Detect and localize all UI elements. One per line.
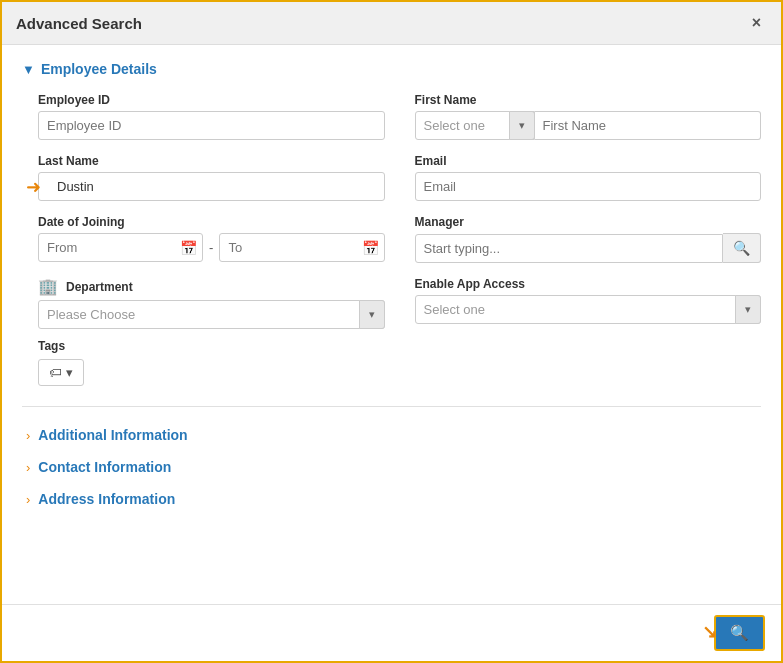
date-separator: - bbox=[209, 240, 213, 255]
enable-app-access-select[interactable]: Select one bbox=[415, 295, 762, 324]
date-to-calendar-icon[interactable]: 📅 bbox=[362, 240, 379, 256]
manager-search-wrapper: 🔍 bbox=[415, 233, 762, 263]
close-button[interactable]: × bbox=[746, 12, 767, 34]
last-name-group: Last Name ➜ bbox=[38, 154, 385, 201]
address-information-arrow-icon: › bbox=[26, 492, 30, 507]
tags-label: Tags bbox=[38, 339, 761, 353]
employee-details-title: Employee Details bbox=[41, 61, 157, 77]
tags-button[interactable]: 🏷 ▾ bbox=[38, 359, 84, 386]
manager-input[interactable] bbox=[415, 234, 724, 263]
first-name-row: Select one ▾ bbox=[415, 111, 762, 140]
last-name-input[interactable] bbox=[38, 172, 385, 201]
first-name-select[interactable]: Select one bbox=[415, 111, 535, 140]
modal-header: Advanced Search × bbox=[2, 2, 781, 45]
employee-details-form: Employee ID First Name Select one ▾ bbox=[38, 93, 761, 329]
enable-app-access-group: Enable App Access Select one ▾ bbox=[415, 277, 762, 329]
search-button[interactable]: 🔍 bbox=[714, 615, 765, 651]
department-group: 🏢 Department Please Choose ▾ bbox=[38, 277, 385, 329]
department-label: Department bbox=[66, 280, 133, 294]
email-group: Email bbox=[415, 154, 762, 201]
manager-search-button[interactable]: 🔍 bbox=[723, 233, 761, 263]
last-name-arrow-indicator: ➜ bbox=[26, 176, 41, 198]
enable-app-access-label: Enable App Access bbox=[415, 277, 762, 291]
department-select-wrapper: Please Choose ▾ bbox=[38, 300, 385, 329]
date-from-calendar-icon[interactable]: 📅 bbox=[180, 240, 197, 256]
contact-information-item[interactable]: › Contact Information bbox=[26, 459, 761, 475]
modal-body: ▼ Employee Details Employee ID First Nam… bbox=[2, 45, 781, 604]
date-range: 📅 - 📅 bbox=[38, 233, 385, 262]
modal-footer: ↘ 🔍 bbox=[2, 604, 781, 661]
first-name-select-wrapper: Select one ▾ bbox=[415, 111, 535, 140]
advanced-search-modal: Advanced Search × ▼ Employee Details Emp… bbox=[0, 0, 783, 663]
additional-information-item[interactable]: › Additional Information bbox=[26, 427, 761, 443]
date-from-input[interactable] bbox=[38, 233, 203, 262]
address-information-item[interactable]: › Address Information bbox=[26, 491, 761, 507]
email-label: Email bbox=[415, 154, 762, 168]
contact-information-arrow-icon: › bbox=[26, 460, 30, 475]
date-to-input[interactable] bbox=[219, 233, 384, 262]
employee-details-section-header: ▼ Employee Details bbox=[22, 61, 761, 77]
additional-information-arrow-icon: › bbox=[26, 428, 30, 443]
first-name-input[interactable] bbox=[535, 111, 762, 140]
first-name-label: First Name bbox=[415, 93, 762, 107]
manager-label: Manager bbox=[415, 215, 762, 229]
search-button-icon: 🔍 bbox=[730, 624, 749, 642]
employee-id-group: Employee ID bbox=[38, 93, 385, 140]
manager-group: Manager 🔍 bbox=[415, 215, 762, 263]
first-name-group: First Name Select one ▾ bbox=[415, 93, 762, 140]
address-information-title: Address Information bbox=[38, 491, 175, 507]
department-icon: 🏢 bbox=[38, 277, 58, 296]
search-arrow-indicator: ↘ bbox=[702, 621, 717, 643]
department-row: 🏢 Department bbox=[38, 277, 385, 296]
employee-details-toggle[interactable]: ▼ bbox=[22, 62, 35, 77]
date-to-wrapper: 📅 bbox=[219, 233, 384, 262]
date-of-joining-label: Date of Joining bbox=[38, 215, 385, 229]
department-select[interactable]: Please Choose bbox=[38, 300, 385, 329]
employee-id-label: Employee ID bbox=[38, 93, 385, 107]
additional-information-title: Additional Information bbox=[38, 427, 187, 443]
date-of-joining-group: Date of Joining 📅 - 📅 bbox=[38, 215, 385, 263]
email-input[interactable] bbox=[415, 172, 762, 201]
date-from-wrapper: 📅 bbox=[38, 233, 203, 262]
last-name-label: Last Name bbox=[38, 154, 385, 168]
modal-title: Advanced Search bbox=[16, 15, 142, 32]
collapsible-sections: › Additional Information › Contact Infor… bbox=[26, 427, 761, 507]
tags-icon: 🏷 bbox=[49, 365, 62, 380]
tags-section: Tags 🏷 ▾ bbox=[38, 339, 761, 386]
section-divider bbox=[22, 406, 761, 407]
contact-information-title: Contact Information bbox=[38, 459, 171, 475]
enable-app-access-select-wrapper: Select one ▾ bbox=[415, 295, 762, 324]
employee-id-input[interactable] bbox=[38, 111, 385, 140]
tags-dropdown-arrow-icon: ▾ bbox=[66, 365, 73, 380]
